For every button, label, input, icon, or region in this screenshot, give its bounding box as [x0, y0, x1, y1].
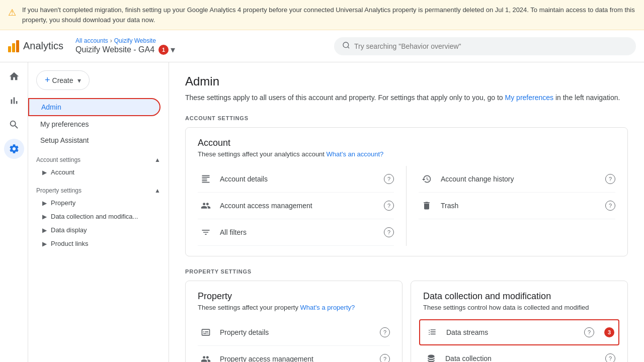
- property-link[interactable]: Quizify Website: [114, 37, 156, 44]
- breadcrumb-section: All accounts › Quizify Website Quizify W…: [75, 37, 175, 55]
- nav-sub-data-display-label: Data display: [51, 226, 87, 234]
- all-filters-row[interactable]: All filters ?: [198, 219, 394, 246]
- left-sidebar: [0, 62, 28, 362]
- property-card-title: Property: [198, 291, 390, 302]
- account-details-icon: [198, 171, 214, 187]
- account-history-row[interactable]: Account change history ?: [419, 166, 615, 193]
- nav-sub-data-collection-label: Data collection and modifica...: [51, 213, 138, 220]
- top-header: Analytics All accounts › Quizify Website…: [0, 30, 644, 62]
- content-area: Admin These settings apply to all users …: [169, 62, 644, 362]
- nav-item-preferences-label: My preferences: [40, 120, 89, 128]
- nav-sub-account[interactable]: ▶ Account: [28, 165, 169, 179]
- subtitle-text: These settings apply to all users of thi…: [185, 94, 503, 102]
- trash-row[interactable]: Trash ?: [419, 193, 615, 219]
- nav-item-setup-label: Setup Assistant: [40, 136, 89, 144]
- warning-banner: ⚠ If you haven't completed migration, fi…: [0, 0, 644, 30]
- property-dropdown-arrow: ▾: [171, 44, 175, 55]
- property-settings-section-label: PROPERTY SETTINGS: [185, 268, 628, 275]
- property-settings-label: Property settings: [36, 187, 82, 194]
- nav-item-setup[interactable]: Setup Assistant: [28, 132, 160, 148]
- warning-text: If you haven't completed migration, fini…: [22, 5, 636, 25]
- my-preferences-link[interactable]: My preferences: [505, 94, 553, 102]
- data-collection-card: Data collection and modification These s…: [411, 281, 628, 362]
- data-streams-label: Data streams: [446, 328, 578, 336]
- account-settings-section-label: ACCOUNT SETTINGS: [185, 115, 628, 121]
- trash-label: Trash: [441, 202, 599, 210]
- property-selector[interactable]: Quizify Website - GA4 1 ▾: [75, 44, 175, 55]
- svg-point-0: [343, 42, 349, 48]
- account-access-label: Account access management: [220, 202, 378, 210]
- plus-icon: +: [45, 75, 50, 85]
- whats-property-link[interactable]: What's a property?: [300, 304, 355, 311]
- nav-item-admin-label: Admin: [41, 103, 61, 111]
- account-settings-header[interactable]: Account settings ▲: [28, 152, 169, 165]
- account-history-label: Account change history: [441, 175, 599, 183]
- sidebar-reports-icon[interactable]: [4, 90, 24, 111]
- all-filters-icon: [198, 224, 214, 240]
- property-settings-header[interactable]: Property settings ▲: [28, 183, 169, 196]
- account-access-row[interactable]: Account access management ?: [198, 193, 394, 219]
- all-filters-label: All filters: [220, 228, 378, 236]
- create-button[interactable]: + Create ▾: [36, 70, 90, 90]
- property-settings-chevron: ▲: [154, 187, 160, 194]
- nav-item-admin[interactable]: Admin: [28, 98, 160, 116]
- data-display-chevron-icon: ▶: [42, 227, 47, 234]
- page-subtitle: These settings apply to all users of thi…: [185, 93, 628, 103]
- search-input[interactable]: [354, 42, 628, 50]
- data-streams-badge: 3: [604, 327, 614, 337]
- property-details-icon: [198, 324, 214, 340]
- create-label: Create: [52, 76, 73, 84]
- property-access-row[interactable]: Property access management ?: [198, 346, 390, 362]
- analytics-logo: Analytics: [8, 40, 63, 52]
- property-details-help[interactable]: ?: [380, 327, 390, 337]
- notification-badge: 1: [158, 45, 169, 55]
- property-card-subtitle-text: These settings affect your property: [198, 304, 298, 311]
- search-input-wrapper: [334, 37, 636, 55]
- sidebar-home-icon[interactable]: [4, 66, 24, 86]
- property-card: Property These settings affect your prop…: [185, 281, 403, 362]
- nav-sub-data-collection[interactable]: ▶ Data collection and modifica...: [28, 210, 169, 223]
- account-history-help[interactable]: ?: [605, 174, 615, 184]
- nav-item-preferences[interactable]: My preferences: [28, 116, 160, 132]
- account-right-col: Account change history ? Trash ?: [407, 166, 615, 246]
- all-accounts-link[interactable]: All accounts: [75, 37, 108, 44]
- account-details-label: Account details: [220, 175, 378, 183]
- data-collection-row[interactable]: Data collection ?: [423, 345, 615, 362]
- account-card-title: Account: [198, 138, 615, 148]
- trash-help[interactable]: ?: [605, 201, 615, 211]
- analytics-title: Analytics: [23, 40, 63, 52]
- all-filters-help[interactable]: ?: [384, 227, 394, 237]
- account-access-help[interactable]: ?: [384, 201, 394, 211]
- data-streams-row[interactable]: Data streams ? 3: [419, 319, 619, 345]
- sidebar-admin-icon[interactable]: [4, 139, 24, 159]
- data-collection-card-title: Data collection and modification: [423, 291, 615, 302]
- property-chevron-icon: ▶: [42, 200, 47, 207]
- svg-line-1: [348, 47, 349, 48]
- property-details-row[interactable]: Property details ?: [198, 319, 390, 346]
- property-access-label: Property access management: [220, 355, 374, 362]
- account-details-row[interactable]: Account details ?: [198, 166, 394, 193]
- breadcrumb-separator: ›: [110, 37, 112, 44]
- property-details-label: Property details: [220, 328, 374, 336]
- nav-panel: + Create ▾ Admin My preferences Setup As…: [28, 62, 169, 362]
- whats-account-link[interactable]: What's an account?: [327, 150, 384, 158]
- create-dropdown-arrow: ▾: [77, 76, 81, 84]
- account-details-help[interactable]: ?: [384, 174, 394, 184]
- property-access-help[interactable]: ?: [380, 354, 390, 362]
- account-settings-label: Account settings: [36, 156, 80, 163]
- data-collection-card-subtitle: These settings control how data is colle…: [423, 304, 615, 311]
- sidebar-explore-icon[interactable]: [4, 115, 24, 135]
- property-display: Quizify Website - GA4: [75, 45, 154, 54]
- subtitle-suffix: in the left navigation.: [555, 94, 620, 102]
- data-streams-help[interactable]: ?: [584, 327, 594, 337]
- property-card-subtitle: These settings affect your property What…: [198, 304, 390, 311]
- analytics-logo-icon: [8, 40, 19, 52]
- nav-sub-property-label: Property: [51, 199, 75, 207]
- account-settings-chevron: ▲: [154, 156, 160, 163]
- nav-sub-property[interactable]: ▶ Property: [28, 196, 169, 210]
- product-links-chevron-icon: ▶: [42, 240, 47, 247]
- data-collection-help[interactable]: ?: [605, 353, 615, 362]
- nav-sub-product-links[interactable]: ▶ Product links: [28, 237, 169, 250]
- nav-sub-data-display[interactable]: ▶ Data display: [28, 223, 169, 237]
- search-icon: [342, 41, 350, 51]
